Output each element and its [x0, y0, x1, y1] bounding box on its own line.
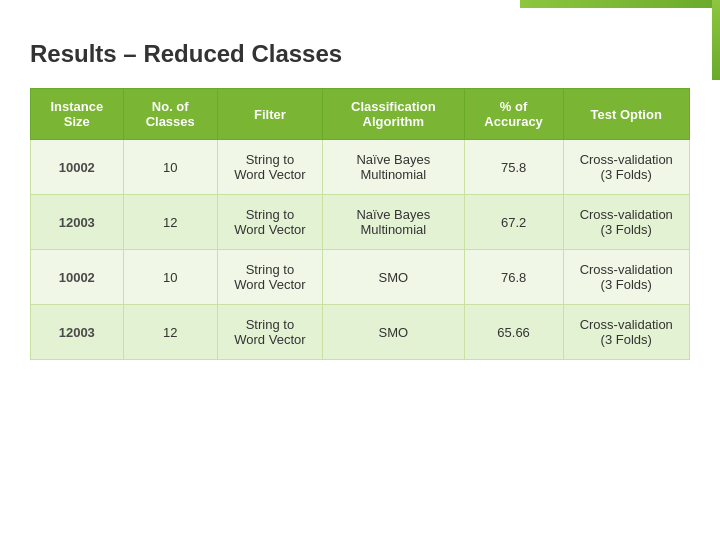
- cell-test-option: Cross-validation (3 Folds): [563, 305, 690, 360]
- cell-instance-size: 10002: [31, 140, 124, 195]
- cell-no-of-classes: 10: [123, 250, 217, 305]
- right-accent-bar: [712, 0, 720, 80]
- table-header-row: Instance Size No. of Classes Filter Clas…: [31, 89, 690, 140]
- cell-test-option: Cross-validation (3 Folds): [563, 140, 690, 195]
- cell-classification-algorithm: Naïve Bayes Multinomial: [322, 195, 464, 250]
- cell-test-option: Cross-validation (3 Folds): [563, 250, 690, 305]
- table-row: 1200312String to Word VectorSMO65.66Cros…: [31, 305, 690, 360]
- col-header-accuracy: % of Accuracy: [464, 89, 563, 140]
- cell-classification-algorithm: SMO: [322, 305, 464, 360]
- table-row: 1200312String to Word VectorNaïve Bayes …: [31, 195, 690, 250]
- top-accent-bar: [520, 0, 720, 8]
- table-row: 1000210String to Word VectorNaïve Bayes …: [31, 140, 690, 195]
- cell-accuracy: 65.66: [464, 305, 563, 360]
- cell-no-of-classes: 12: [123, 305, 217, 360]
- cell-instance-size: 10002: [31, 250, 124, 305]
- cell-test-option: Cross-validation (3 Folds): [563, 195, 690, 250]
- col-header-filter: Filter: [217, 89, 322, 140]
- cell-accuracy: 75.8: [464, 140, 563, 195]
- cell-filter: String to Word Vector: [217, 140, 322, 195]
- cell-accuracy: 76.8: [464, 250, 563, 305]
- cell-no-of-classes: 10: [123, 140, 217, 195]
- main-container: Results – Reduced Classes Instance Size …: [0, 0, 720, 390]
- cell-filter: String to Word Vector: [217, 250, 322, 305]
- table-row: 1000210String to Word VectorSMO76.8Cross…: [31, 250, 690, 305]
- cell-classification-algorithm: Naïve Bayes Multinomial: [322, 140, 464, 195]
- cell-instance-size: 12003: [31, 305, 124, 360]
- cell-accuracy: 67.2: [464, 195, 563, 250]
- col-header-no-of-classes: No. of Classes: [123, 89, 217, 140]
- cell-no-of-classes: 12: [123, 195, 217, 250]
- page-title: Results – Reduced Classes: [30, 40, 690, 68]
- cell-classification-algorithm: SMO: [322, 250, 464, 305]
- col-header-instance-size: Instance Size: [31, 89, 124, 140]
- col-header-classification-algorithm: Classification Algorithm: [322, 89, 464, 140]
- cell-filter: String to Word Vector: [217, 195, 322, 250]
- cell-filter: String to Word Vector: [217, 305, 322, 360]
- results-table: Instance Size No. of Classes Filter Clas…: [30, 88, 690, 360]
- col-header-test-option: Test Option: [563, 89, 690, 140]
- cell-instance-size: 12003: [31, 195, 124, 250]
